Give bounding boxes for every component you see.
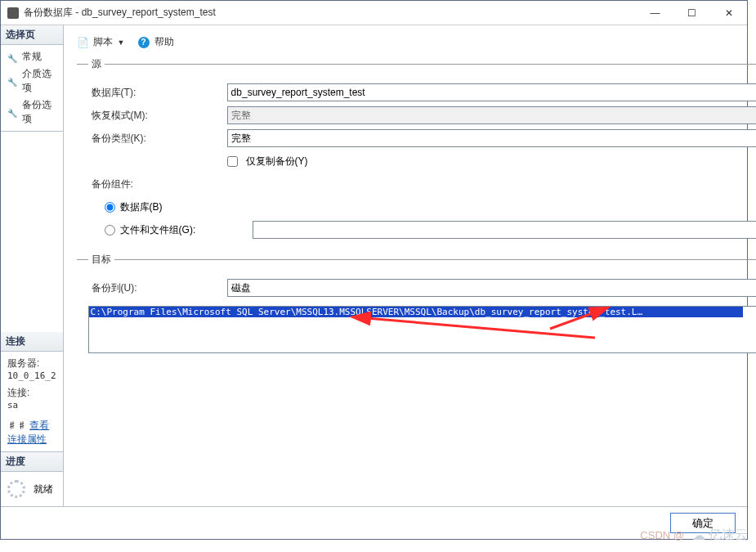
script-icon: 📄 bbox=[77, 37, 88, 48]
wrench-icon bbox=[7, 107, 17, 117]
component-database-label: 数据库(B) bbox=[120, 200, 163, 214]
minimize-button[interactable]: — bbox=[637, 1, 673, 25]
titlebar: 备份数据库 - db_survey_report_system_test — ☐… bbox=[1, 1, 747, 25]
destination-path-item[interactable]: C:\Program Files\Microsoft SQL Server\MS… bbox=[89, 307, 743, 317]
database-combo[interactable]: db_survey_report_system_test bbox=[227, 83, 756, 101]
select-page-header: 选择页 bbox=[1, 25, 63, 45]
destination-list-row: C:\Program Files\Microsoft SQL Server\MS… bbox=[88, 306, 756, 383]
watermark-brand: 亿速云 bbox=[709, 527, 748, 544]
recovery-field bbox=[227, 106, 756, 124]
component-db-row: 数据库(B) bbox=[88, 197, 756, 217]
database-icon bbox=[7, 7, 19, 19]
script-button[interactable]: 脚本 bbox=[93, 35, 113, 49]
help-icon: ? bbox=[138, 37, 150, 48]
select-page-items: 常规 介质选项 备份选项 bbox=[1, 45, 63, 131]
copy-only-checkbox[interactable] bbox=[227, 156, 238, 167]
close-button[interactable]: ✕ bbox=[710, 1, 747, 25]
progress-header: 进度 bbox=[1, 452, 63, 472]
maximize-button[interactable]: ☐ bbox=[673, 1, 710, 25]
sidebar-item-media-options[interactable]: 介质选项 bbox=[1, 65, 63, 96]
filegroups-field[interactable] bbox=[253, 221, 756, 239]
server-label: 服务器: bbox=[7, 357, 56, 370]
recovery-label: 恢复模式(M): bbox=[88, 109, 227, 123]
source-legend: 源 bbox=[88, 57, 105, 71]
sidebar-item-label: 备份选项 bbox=[22, 98, 56, 126]
watermark: CSDN @ ☁ 亿速云 bbox=[640, 527, 748, 544]
sidebar: 选择页 常规 介质选项 备份选项 bbox=[1, 25, 64, 506]
view-connection-row: ♯♯ 查看连接属性 bbox=[7, 419, 56, 447]
component-files-row: 文件和文件组(G): … bbox=[88, 220, 756, 240]
script-dropdown-caret-icon[interactable]: ▼ bbox=[118, 38, 125, 47]
copy-only-row: 仅复制备份(Y) bbox=[88, 151, 756, 171]
backup-to-row: 备份到(U): 磁盘 bbox=[88, 278, 756, 298]
progress-status: 就绪 bbox=[34, 482, 53, 496]
server-value: 10_0_16_2 bbox=[7, 370, 56, 381]
backup-type-combo[interactable]: 完整 bbox=[227, 129, 756, 147]
connection-section: 连接 服务器: 10_0_16_2 连接: sa ♯♯ 查看连接属性 bbox=[1, 332, 63, 452]
copy-only-label: 仅复制备份(Y) bbox=[246, 155, 308, 168]
recovery-row: 恢复模式(M): bbox=[88, 105, 756, 125]
watermark-csdn: CSDN @ bbox=[640, 529, 684, 541]
destination-list[interactable]: C:\Program Files\Microsoft SQL Server\MS… bbox=[88, 306, 756, 353]
window-title: 备份数据库 - db_survey_report_system_test bbox=[24, 6, 637, 20]
component-files-label: 文件和文件组(G): bbox=[120, 223, 196, 237]
backup-type-label: 备份类型(K): bbox=[88, 132, 227, 146]
main-panel: 📄 脚本 ▼ ? 帮助 源 数据库(T): db_survey_report_s… bbox=[64, 25, 756, 506]
backup-type-row: 备份类型(K): 完整 bbox=[88, 128, 756, 148]
sidebar-spacer bbox=[1, 132, 63, 332]
database-row: 数据库(T): db_survey_report_system_test bbox=[88, 83, 756, 102]
wrench-icon bbox=[7, 52, 17, 62]
select-page-section: 选择页 常规 介质选项 备份选项 bbox=[1, 25, 63, 132]
component-database-radio[interactable] bbox=[105, 202, 115, 213]
conn-value: sa bbox=[7, 400, 56, 411]
sidebar-item-general[interactable]: 常规 bbox=[1, 48, 63, 65]
progress-spinner-icon bbox=[7, 480, 25, 498]
window-buttons: — ☐ ✕ bbox=[637, 1, 747, 25]
dialog-window: 备份数据库 - db_survey_report_system_test — ☐… bbox=[0, 0, 748, 540]
backup-component-label: 备份组件: bbox=[88, 177, 227, 191]
backup-to-label: 备份到(U): bbox=[88, 281, 227, 295]
backup-component-label-row: 备份组件: bbox=[88, 174, 756, 194]
progress-row: 就绪 bbox=[1, 472, 63, 506]
wrench-icon bbox=[7, 76, 17, 86]
connection-icon: ♯♯ bbox=[7, 420, 29, 431]
destination-group: 目标 备份到(U): 磁盘 C:\Program Files\Microsoft… bbox=[77, 253, 756, 383]
footer: 确定 bbox=[1, 506, 747, 539]
help-button[interactable]: 帮助 bbox=[154, 35, 174, 49]
conn-label: 连接: bbox=[7, 386, 56, 400]
sidebar-item-backup-options[interactable]: 备份选项 bbox=[1, 96, 63, 128]
connection-block: 服务器: 10_0_16_2 连接: sa ♯♯ 查看连接属性 bbox=[1, 352, 63, 451]
connection-header: 连接 bbox=[1, 332, 63, 352]
source-group: 源 数据库(T): db_survey_report_system_test 恢… bbox=[77, 57, 756, 243]
dialog-client: 选择页 常规 介质选项 备份选项 bbox=[1, 25, 747, 506]
database-label: 数据库(T): bbox=[88, 86, 227, 100]
sidebar-item-label: 常规 bbox=[22, 50, 42, 64]
progress-section: 进度 就绪 bbox=[1, 452, 63, 506]
backup-to-combo[interactable]: 磁盘 bbox=[227, 279, 756, 297]
component-files-radio[interactable] bbox=[105, 225, 115, 236]
toolbar: 📄 脚本 ▼ ? 帮助 bbox=[77, 35, 756, 57]
sidebar-item-label: 介质选项 bbox=[22, 67, 56, 95]
cloud-icon: ☁ bbox=[692, 527, 705, 543]
destination-legend: 目标 bbox=[88, 253, 114, 267]
